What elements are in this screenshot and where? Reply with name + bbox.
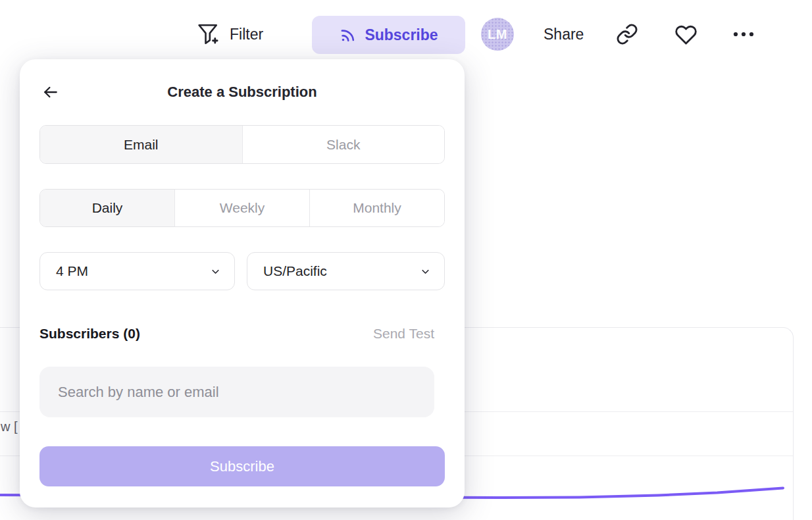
subscribers-count-label: Subscribers (0) <box>39 326 140 342</box>
share-button[interactable]: Share <box>544 18 584 50</box>
link-icon <box>616 23 638 45</box>
avatar-initials: LM <box>488 27 507 42</box>
subscribe-submit-button[interactable]: Subscribe <box>39 446 445 486</box>
send-test-button[interactable]: Send Test <box>373 326 434 342</box>
copy-link-button[interactable] <box>616 23 638 45</box>
subscribe-toolbar-label: Subscribe <box>365 26 438 44</box>
filter-button[interactable]: Filter <box>197 18 263 50</box>
subscribers-row: Subscribers (0) Send Test <box>39 324 434 344</box>
dialog-title: Create a Subscription <box>20 84 465 101</box>
heart-icon <box>674 24 698 46</box>
schedule-row: 4 PM US/Pacific <box>39 252 445 290</box>
favorite-button[interactable] <box>674 24 698 46</box>
time-select-value: 4 PM <box>56 263 88 279</box>
toolbar: Filter Subscribe LM Share <box>0 0 812 59</box>
avatar[interactable]: LM <box>481 18 514 51</box>
filter-plus-icon <box>197 22 220 46</box>
subscribe-toolbar-button[interactable]: Subscribe <box>312 16 465 54</box>
create-subscription-dialog: Create a Subscription Email Slack Daily … <box>20 59 465 507</box>
time-select[interactable]: 4 PM <box>39 252 235 290</box>
subscriber-search-input[interactable] <box>39 367 434 417</box>
channel-tab-group: Email Slack <box>39 125 445 164</box>
chevron-down-icon <box>210 266 221 277</box>
tab-monthly[interactable]: Monthly <box>309 190 444 226</box>
filter-label: Filter <box>230 26 263 43</box>
tab-slack[interactable]: Slack <box>242 126 445 163</box>
tab-daily[interactable]: Daily <box>40 190 174 226</box>
timezone-select[interactable]: US/Pacific <box>247 252 445 290</box>
more-options-button[interactable] <box>732 28 755 41</box>
ellipsis-icon <box>732 28 755 41</box>
chevron-down-icon <box>420 266 431 277</box>
tab-weekly[interactable]: Weekly <box>174 190 309 226</box>
timezone-select-value: US/Pacific <box>263 263 327 279</box>
background-partial-text: w [ <box>1 419 18 434</box>
frequency-tab-group: Daily Weekly Monthly <box>39 189 445 227</box>
rss-icon <box>339 26 356 43</box>
share-label: Share <box>544 26 584 43</box>
tab-email[interactable]: Email <box>40 126 242 163</box>
